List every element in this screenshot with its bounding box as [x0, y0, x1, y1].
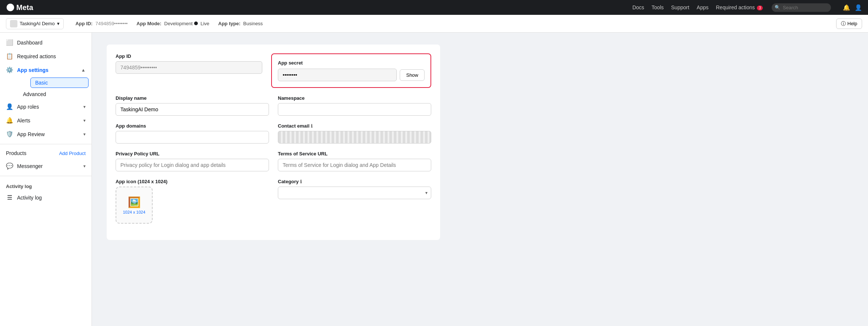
required-badge: 3: [757, 6, 763, 10]
notification-icon[interactable]: 🔔: [843, 4, 850, 11]
app-id-group: App ID: [116, 53, 262, 88]
app-secret-input: [278, 69, 397, 81]
upload-icon: 🖼️: [128, 196, 141, 208]
sidebar-sub-app-settings: Basic Advanced: [0, 78, 92, 100]
sidebar-sub-item-basic[interactable]: Basic: [30, 78, 89, 88]
dashboard-icon: ⬜: [6, 39, 13, 46]
tools-link[interactable]: Tools: [652, 4, 664, 10]
messenger-icon: 💬: [6, 162, 13, 169]
required-actions-icon: 📋: [6, 53, 13, 60]
form-row-2: Display name Namespace: [116, 95, 431, 116]
mode-dot: [194, 22, 198, 25]
category-group: Category ℹ ▾: [278, 179, 431, 199]
app-secret-label: App secret: [278, 60, 425, 66]
sidebar-item-app-review[interactable]: 🛡️ App Review ▾: [0, 127, 92, 141]
show-button[interactable]: Show: [400, 69, 425, 81]
search-icon: 🔍: [775, 5, 780, 10]
products-header: Products Add Product: [0, 147, 92, 159]
app-domains-group: App domains: [116, 123, 269, 144]
chevron-down-icon-messenger: ▾: [83, 164, 86, 169]
contact-email-info-icon: ℹ: [311, 124, 313, 129]
app-icon-size: 1024 x 1024: [123, 210, 146, 214]
topnav-links: Docs Tools Support Apps Required actions…: [632, 4, 763, 10]
app-id-info: App ID: 7494859••••••••: [76, 21, 128, 26]
required-actions-link[interactable]: Required actions 3: [716, 4, 763, 10]
category-info-icon: ℹ: [300, 179, 302, 184]
privacy-policy-group: Privacy Policy URL: [116, 151, 269, 171]
layout: ⬜ Dashboard 📋 Required actions ⚙️ App se…: [0, 33, 868, 326]
appbar: TaskingAI Demo ▾ App ID: 7494859••••••••…: [0, 15, 868, 33]
meta-logo: Meta: [6, 3, 33, 12]
namespace-input[interactable]: [278, 103, 431, 116]
sidebar-item-activity-log[interactable]: ☰ Activity log: [0, 191, 92, 204]
app-selector[interactable]: TaskingAI Demo ▾: [6, 18, 64, 29]
category-select-wrap: ▾: [278, 187, 431, 199]
display-name-group: Display name: [116, 95, 269, 116]
support-link[interactable]: Support: [671, 4, 689, 10]
contact-email-label: Contact email ℹ: [278, 123, 431, 129]
topnav-right: 🔔 👤: [843, 4, 862, 11]
activity-log-icon: ☰: [6, 194, 13, 201]
main-content: App ID App secret Show Display name: [92, 33, 868, 326]
app-domains-input[interactable]: [116, 131, 269, 144]
sidebar-item-dashboard[interactable]: ⬜ Dashboard: [0, 36, 92, 49]
app-review-icon: 🛡️: [6, 131, 13, 138]
terms-of-service-input[interactable]: [278, 159, 431, 171]
display-name-label: Display name: [116, 95, 269, 101]
apps-link[interactable]: Apps: [697, 4, 709, 10]
sidebar-item-required-actions[interactable]: 📋 Required actions: [0, 49, 92, 63]
app-icon-label: App icon (1024 x 1024): [116, 179, 269, 184]
app-type-info: App type: Business: [218, 21, 263, 26]
app-id-label: App ID: [116, 53, 262, 59]
sidebar-divider: [0, 144, 92, 144]
chevron-down-icon-alerts: ▾: [83, 118, 86, 123]
help-icon: ⓘ: [841, 20, 846, 27]
help-button[interactable]: ⓘ Help: [836, 19, 862, 29]
app-mode-info: App Mode: Development Live: [137, 21, 210, 26]
activity-log-section-label: Activity log: [0, 179, 92, 191]
form-row-3: App domains Contact email ℹ: [116, 123, 431, 144]
sidebar-item-app-roles[interactable]: 👤 App roles ▾: [0, 100, 92, 113]
add-product-link[interactable]: Add Product: [59, 151, 86, 156]
terms-of-service-group: Terms of Service URL: [278, 151, 431, 171]
category-select[interactable]: [278, 187, 431, 199]
chevron-down-icon: ▾: [83, 104, 86, 109]
namespace-label: Namespace: [278, 95, 431, 101]
display-name-input[interactable]: [116, 103, 269, 116]
secret-row: Show: [278, 69, 425, 81]
app-roles-icon: 👤: [6, 103, 13, 110]
privacy-policy-label: Privacy Policy URL: [116, 151, 269, 157]
sidebar: ⬜ Dashboard 📋 Required actions ⚙️ App se…: [0, 33, 92, 326]
category-label: Category ℹ: [278, 179, 431, 184]
app-secret-box: App secret Show: [271, 53, 431, 88]
app-icon-upload[interactable]: 🖼️ 1024 x 1024: [116, 187, 153, 224]
avatar[interactable]: 👤: [855, 4, 862, 11]
app-id-input: [116, 61, 262, 74]
search-input[interactable]: [772, 3, 831, 12]
docs-link[interactable]: Docs: [632, 4, 644, 10]
form-row-1: App ID App secret Show: [116, 53, 431, 88]
contact-email-group: Contact email ℹ: [278, 123, 431, 144]
topnav: Meta Docs Tools Support Apps Required ac…: [0, 0, 868, 15]
appbar-info: App ID: 7494859•••••••• App Mode: Develo…: [76, 21, 263, 26]
form-section: App ID App secret Show Display name: [107, 45, 440, 240]
alerts-icon: 🔔: [6, 117, 13, 124]
appbar-right: ⓘ Help: [836, 19, 862, 29]
sidebar-item-messenger[interactable]: 💬 Messenger ▾: [0, 159, 92, 173]
contact-email-input: [278, 131, 431, 144]
app-domains-label: App domains: [116, 123, 269, 129]
sidebar-divider-2: [0, 176, 92, 176]
terms-of-service-label: Terms of Service URL: [278, 151, 431, 157]
sidebar-sub-item-advanced[interactable]: Advanced: [17, 89, 92, 100]
sidebar-item-alerts[interactable]: 🔔 Alerts ▾: [0, 113, 92, 127]
search-wrap: 🔍: [772, 3, 831, 12]
app-name: TaskingAI Demo: [20, 21, 55, 26]
app-icon: [10, 20, 17, 27]
chevron-down-icon-review: ▾: [83, 132, 86, 137]
settings-icon: ⚙️: [6, 66, 13, 73]
form-row-4: Privacy Policy URL Terms of Service URL: [116, 151, 431, 171]
chevron-up-icon: ▲: [81, 67, 86, 73]
form-row-5: App icon (1024 x 1024) 🖼️ 1024 x 1024 Ca…: [116, 179, 431, 224]
privacy-policy-input[interactable]: [116, 159, 269, 171]
sidebar-item-app-settings[interactable]: ⚙️ App settings ▲: [0, 63, 92, 77]
